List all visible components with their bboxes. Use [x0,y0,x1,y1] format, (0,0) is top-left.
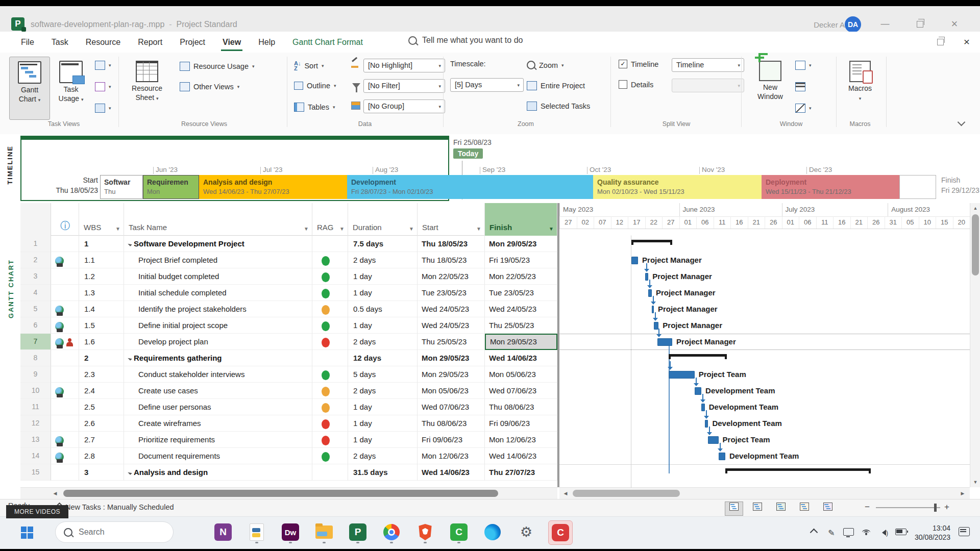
cell-rag[interactable] [312,301,348,317]
taskbar-edge[interactable] [481,520,504,544]
cell-name[interactable]: Software Development Project [124,236,312,252]
cell-num[interactable]: 15 [20,464,51,481]
collapse-triangle-icon[interactable] [128,356,132,360]
filter-arrow-icon[interactable]: ▼ [339,226,345,232]
cell-dur[interactable]: 0.5 days [348,301,418,317]
vertical-scrollbar[interactable]: ▲ ▼ [970,203,980,487]
cell-ind[interactable] [51,383,79,399]
zoom-slider-thumb[interactable] [934,504,937,512]
cell-name[interactable]: Prioritize requirements [124,432,312,448]
chart-row[interactable] [559,334,970,350]
cell-num[interactable]: 13 [20,432,51,448]
collapse-ribbon-button[interactable] [959,118,966,125]
chart-scroll-thumb[interactable] [573,490,680,497]
calendar-view-button[interactable]: ▾ [95,82,111,91]
cell-num[interactable]: 1 [20,236,51,252]
timeline-checkbox[interactable]: ✓ Timeline [619,60,658,68]
cell-start[interactable]: Wed 24/05/23 [418,317,485,334]
task-bar[interactable] [705,420,708,428]
task-usage-view-button[interactable]: TaskUsage ▾ [51,57,91,119]
header-indicators[interactable]: ⓘ [51,203,79,236]
chart-row[interactable] [559,317,970,334]
tray-expand-button[interactable] [805,528,823,537]
timeline-bar-deployment[interactable]: DeploymentWed 15/11/23 - Thu 21/12/23 [762,175,899,199]
cell-ind[interactable] [51,252,79,268]
table-row[interactable]: 61.5Define initial project scope1 dayWed… [20,317,557,334]
timeline-bar-requiremen[interactable]: RequiremenMon [143,175,199,199]
task-bar[interactable] [657,338,672,346]
timeline-bar-quality-assurance[interactable]: Quality assuranceMon 02/10/23 - Wed 15/1… [593,175,762,199]
cell-wbs[interactable]: 2.7 [79,432,124,448]
cell-wbs[interactable]: 2.4 [79,383,124,399]
cell-num[interactable]: 12 [20,415,51,432]
task-bar[interactable] [652,306,654,313]
table-scroll-thumb[interactable] [63,490,498,497]
task-bar[interactable] [708,436,718,444]
cell-rag[interactable] [312,236,348,252]
tab-project[interactable]: Project [171,32,214,53]
tab-file[interactable]: File [12,32,43,53]
cell-rag[interactable] [312,366,348,383]
task-bar[interactable] [648,289,652,297]
chart-horizontal-scrollbar[interactable]: ◀ ▶ [559,487,970,499]
table-row[interactable]: 102.4Create use cases2 daysMon 05/06/23W… [20,383,557,399]
cell-start[interactable]: Wed 14/06/23 [418,464,485,481]
cell-num[interactable]: 4 [20,285,51,301]
vertical-scroll-thumb[interactable] [972,214,979,276]
entire-project-button[interactable]: Entire Project [527,81,585,90]
cell-dur[interactable]: 2 days [348,383,418,399]
cast-display-icon[interactable] [840,528,857,538]
cell-name[interactable]: Analysis and design [124,464,312,481]
cell-wbs[interactable]: 1.6 [79,334,124,350]
switch-windows-button[interactable]: ▾ [795,61,812,70]
cell-rag[interactable] [312,432,348,448]
header-row-number[interactable] [20,203,51,236]
task-bar[interactable] [719,453,725,460]
cell-finish[interactable]: Mon 29/05/23 [485,236,557,252]
cell-rag[interactable] [312,448,348,464]
cell-num[interactable]: 5 [20,301,51,317]
taskbar-dreamweaver[interactable]: Dw [279,520,302,544]
cell-start[interactable]: Wed 24/05/23 [418,301,485,317]
table-row[interactable]: 122.6Create wireframes1 dayThu 08/06/23F… [20,415,557,432]
taskbar-clock[interactable]: 13:04 30/08/2023 [915,523,950,542]
scroll-down-button[interactable]: ▼ [970,477,980,487]
cell-num[interactable]: 6 [20,317,51,334]
chart-row[interactable] [559,366,970,383]
table-row[interactable]: 112.5Define user personas1 dayWed 07/06/… [20,399,557,415]
cell-finish[interactable]: Wed 24/05/23 [485,301,557,317]
cell-start[interactable]: Mon 29/05/23 [418,366,485,383]
cell-name[interactable]: Define user personas [124,399,312,415]
table-row[interactable]: 142.8Document requirements2 daysMon 12/0… [20,448,557,464]
table-row[interactable]: 82Requirements gathering12 daysMon 29/05… [20,350,557,366]
statusbar-team-planner-button[interactable] [772,502,790,516]
cell-dur[interactable]: 2 days [348,334,418,350]
cell-start[interactable]: Mon 29/05/23 [418,350,485,366]
taskbar-ms-project[interactable]: P [346,520,370,544]
cell-wbs[interactable]: 2.8 [79,448,124,464]
battery-icon[interactable] [892,528,910,537]
cell-rag[interactable] [312,334,348,350]
cell-name[interactable]: Create wireframes [124,415,312,432]
cell-wbs[interactable]: 1.2 [79,268,124,285]
scroll-up-button[interactable]: ▲ [970,203,980,213]
cell-dur[interactable]: 5 days [348,366,418,383]
maximize-button[interactable] [909,15,931,34]
cell-finish[interactable]: Thu 25/05/23 [485,317,557,334]
group-by-dropdown[interactable]: [No Group]▾ [363,99,445,113]
cell-start[interactable]: Thu 18/05/23 [418,236,485,252]
cell-ind[interactable] [51,366,79,383]
resource-sheet-button[interactable]: ResourceSheet ▾ [125,57,169,119]
minimize-button[interactable]: — [874,15,896,34]
chart-row[interactable] [559,252,970,268]
cell-rag[interactable] [312,252,348,268]
cell-rag[interactable] [312,268,348,285]
cell-name[interactable]: Requirements gathering [124,350,312,366]
cell-ind[interactable] [51,399,79,415]
filter-arrow-icon[interactable]: ▼ [476,226,481,232]
cell-num[interactable]: 7 [20,334,51,350]
pen-input-icon[interactable]: ✎ [823,528,840,538]
hide-window-button[interactable]: ▾ [795,104,812,113]
cell-rag[interactable] [312,464,348,481]
tell-me-search[interactable]: Tell me what you want to do [408,36,523,45]
